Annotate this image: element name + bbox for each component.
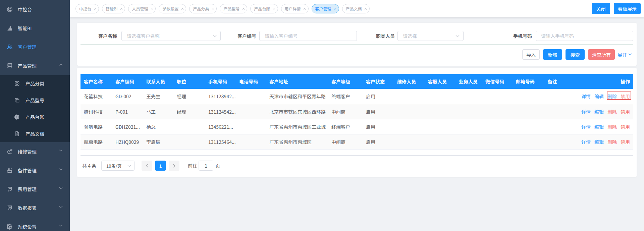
goto-label: 前往 (188, 162, 197, 169)
cell (425, 104, 455, 119)
tab-customers[interactable]: 客户管理 (312, 4, 339, 13)
delete-link[interactable]: 删除 (607, 138, 617, 145)
detail-link[interactable]: 详情 (581, 93, 591, 100)
sidebar-item-product-category[interactable]: 产品分类 (0, 75, 70, 92)
col-mobile[interactable]: 手机号码 (205, 74, 236, 89)
col-repairer[interactable]: 维修人员 (394, 74, 425, 89)
sidebar-item-fees[interactable]: 费用管理 (0, 180, 70, 198)
sidebar-item-label: 中控台 (18, 6, 32, 13)
clear-all-button[interactable]: 清空所有 (588, 49, 615, 60)
next-page-button[interactable] (169, 161, 179, 171)
detail-link[interactable]: 详情 (581, 123, 591, 130)
chevron-down-icon (127, 165, 131, 167)
close-button[interactable]: 关闭 (592, 3, 610, 14)
sidebar-item-repair[interactable]: 维修管理 (0, 142, 70, 161)
add-button[interactable]: 新增 (543, 49, 562, 60)
disable-link[interactable]: 禁用 (621, 93, 630, 100)
prev-page-button[interactable] (142, 161, 152, 171)
page-size-select[interactable]: 10条/页 (101, 161, 135, 171)
board-display-button[interactable]: 看板展示 (614, 3, 641, 14)
sidebar-item-product-ledger[interactable]: 产品台账 (0, 109, 70, 125)
cell (236, 104, 266, 119)
staff-type-select[interactable] (397, 31, 464, 41)
col-position[interactable]: 职位 (173, 74, 205, 89)
cell: 经理 (173, 104, 205, 119)
close-icon[interactable] (150, 6, 154, 11)
detail-link[interactable]: 详情 (581, 138, 591, 145)
disable-link[interactable]: 禁用 (621, 108, 630, 115)
close-icon[interactable] (364, 6, 368, 11)
tab-personnel[interactable]: 人员管理 (128, 4, 156, 13)
tab-bi[interactable]: 智能BI (102, 4, 125, 13)
col-phone[interactable]: 电话号码 (236, 74, 266, 89)
actions-cell: 详情编辑删除禁用 (578, 119, 633, 134)
cell: 经理 (173, 89, 205, 104)
close-icon[interactable] (211, 6, 215, 11)
cell: 马工 (143, 104, 173, 119)
disable-link[interactable]: 禁用 (621, 123, 630, 130)
tab-label: 产品型号 (223, 6, 239, 11)
sidebar-item-spares[interactable]: 备件管理 (0, 161, 70, 180)
col-address[interactable]: 客户地址 (266, 74, 328, 89)
customer-no-input[interactable] (259, 31, 357, 41)
col-service[interactable]: 客服人员 (425, 74, 455, 89)
edit-link[interactable]: 编辑 (594, 93, 604, 100)
sidebar-item-products[interactable]: 产品管理 (0, 56, 70, 75)
mobile-field[interactable] (536, 31, 633, 41)
tab-user-detail[interactable]: 用户详情 (281, 4, 309, 13)
sidebar-item-label: 智能BI (18, 25, 32, 32)
cell: 李启辰 (143, 134, 173, 149)
close-icon[interactable] (241, 6, 245, 11)
col-level[interactable]: 客户等级 (328, 74, 363, 89)
col-status[interactable]: 客户状态 (363, 74, 394, 89)
customer-name-select-input[interactable] (121, 31, 221, 41)
goto-page-input[interactable] (199, 161, 213, 171)
mobile-input[interactable] (536, 31, 633, 41)
col-customer-name[interactable]: 客户名称 (80, 74, 112, 89)
close-icon[interactable] (272, 6, 276, 11)
expand-link[interactable]: 展开 (618, 51, 632, 58)
edit-link[interactable]: 编辑 (594, 123, 604, 130)
disable-link[interactable]: 禁用 (621, 138, 630, 145)
edit-link[interactable]: 编辑 (594, 108, 604, 115)
customer-name-select[interactable] (121, 31, 221, 41)
close-icon[interactable] (303, 6, 307, 11)
page-1-button[interactable]: 1 (155, 161, 166, 171)
col-email[interactable]: 邮箱号码 (513, 74, 544, 89)
col-remark[interactable]: 备注 (544, 74, 578, 89)
col-customer-code[interactable]: 客户编码 (112, 74, 143, 89)
delete-link[interactable]: 删除 (607, 108, 617, 115)
sidebar-item-reports[interactable]: 数据报表 (0, 198, 70, 217)
staff-type-select-input[interactable] (397, 31, 464, 41)
sidebar-item-console[interactable]: 中控台 (0, 0, 70, 19)
tab-product-model[interactable]: 产品型号 (220, 4, 247, 13)
cell (455, 89, 482, 104)
col-contact[interactable]: 联系人员 (143, 74, 173, 89)
chevron-down-icon (59, 150, 63, 152)
sidebar-item-settings[interactable]: 系统设置 (0, 217, 70, 231)
sidebar-item-customers[interactable]: 客户管理 (0, 38, 70, 56)
delete-link[interactable]: 删除 (607, 123, 617, 130)
col-sales[interactable]: 业务人员 (455, 74, 482, 89)
delete-link[interactable]: 删除 (607, 93, 617, 100)
cell: 领航电路 (80, 119, 112, 134)
tab-console[interactable]: 中控台 (75, 4, 99, 13)
edit-link[interactable]: 编辑 (594, 138, 604, 145)
tab-params[interactable]: 参数设置 (159, 4, 186, 13)
customer-no-field[interactable] (259, 31, 357, 41)
tab-product-category[interactable]: 产品分类 (189, 4, 217, 13)
tab-product-docs[interactable]: 产品文档 (342, 4, 370, 13)
sidebar-item-bi[interactable]: 智能BI (0, 19, 70, 38)
search-button[interactable]: 搜索 (566, 49, 585, 60)
close-icon[interactable] (180, 6, 184, 11)
close-icon[interactable] (333, 6, 337, 11)
cell (544, 89, 578, 104)
col-wechat[interactable]: 微信号码 (482, 74, 513, 89)
sidebar-item-product-docs[interactable]: 产品文档 (0, 125, 70, 142)
import-button[interactable]: 导入 (522, 49, 540, 60)
close-icon[interactable] (119, 6, 123, 11)
tab-product-ledger[interactable]: 产品台账 (250, 4, 278, 13)
detail-link[interactable]: 详情 (581, 108, 591, 115)
sidebar-item-product-model[interactable]: 产品型号 (0, 92, 70, 109)
close-icon[interactable] (93, 6, 97, 11)
